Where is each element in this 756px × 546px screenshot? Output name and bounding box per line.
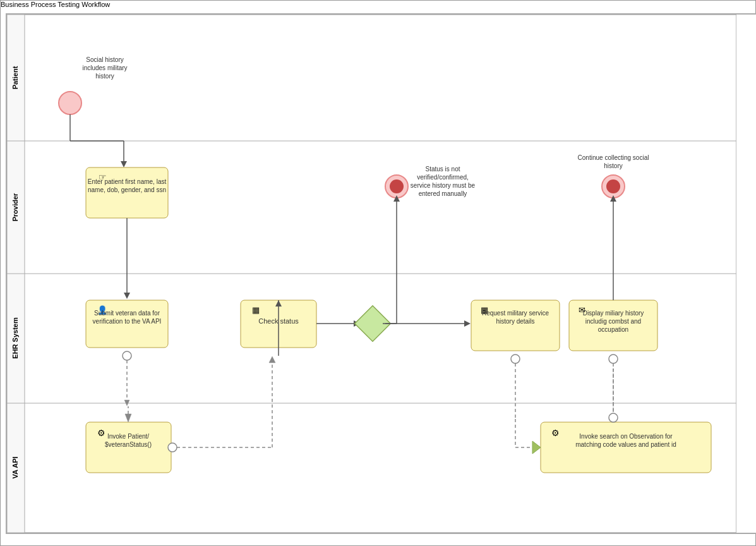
- svg-text:history details: history details: [496, 318, 534, 325]
- svg-text:verification to the VA API: verification to the VA API: [93, 318, 162, 325]
- window-title: Business Process Testing Workflow: [1, 1, 110, 8]
- svg-text:verified/confirmed,: verified/confirmed,: [417, 174, 469, 181]
- invoke-search-icon: ⚙: [551, 428, 560, 438]
- svg-point-18: [606, 179, 620, 193]
- ehr-lane-label: EHR System: [11, 317, 19, 359]
- workflow-diagram: Patient Provider EHR System VA API Socia…: [7, 15, 736, 533]
- diagram-area: Patient Provider EHR System VA API Socia…: [6, 13, 756, 534]
- svg-text:includig combst and: includig combst and: [585, 318, 641, 325]
- continue-note: Continue collecting social: [578, 154, 649, 161]
- svg-text:occupation: occupation: [598, 326, 628, 333]
- patient-lane-label: Patient: [11, 66, 19, 89]
- interface-circle-3: [609, 355, 618, 363]
- svg-text:matching code values and patie: matching code values and patient id: [575, 441, 676, 448]
- svg-text:Enter patient first name, last: Enter patient first name, last: [88, 178, 167, 185]
- svg-text:history: history: [604, 162, 622, 169]
- start-event: [59, 92, 81, 114]
- svg-text:Request military service: Request military service: [482, 310, 549, 317]
- svg-text:name, dob, gender, and ssn: name, dob, gender, and ssn: [88, 186, 166, 193]
- interface-circle-1: [123, 351, 131, 360]
- main-window: Business Process Testing Workflow Patien…: [0, 0, 756, 546]
- interface-circle-4: [168, 443, 177, 452]
- svg-text:entered manually: entered manually: [419, 190, 467, 197]
- provider-lane-label: Provider: [11, 193, 19, 221]
- invoke-patient-icon: ⚙: [97, 428, 105, 438]
- svg-text:service history must be: service history must be: [411, 182, 476, 189]
- svg-text:Display miliary history: Display miliary history: [583, 310, 644, 317]
- title-bar: Business Process Testing Workflow: [1, 1, 755, 8]
- vaapi-lane-label: VA API: [11, 456, 19, 478]
- svg-text:history: history: [95, 73, 114, 80]
- interface-circle-5: [609, 413, 618, 422]
- check-status-icon: ▦: [252, 305, 260, 315]
- svg-text:includes military: includes military: [82, 64, 127, 71]
- svg-point-14: [390, 179, 404, 193]
- social-history-note: Social history: [86, 56, 123, 63]
- interface-circle-2: [511, 355, 520, 363]
- svg-text:Invoke search on Observation f: Invoke search on Observation for: [579, 433, 673, 440]
- svg-text:Submit veteran data for: Submit veteran data for: [94, 310, 160, 317]
- svg-text:Invoke Patient/: Invoke Patient/: [107, 433, 149, 440]
- status-note: Status is not: [425, 166, 460, 173]
- svg-text:$veteranStatus(): $veteranStatus(): [105, 441, 152, 448]
